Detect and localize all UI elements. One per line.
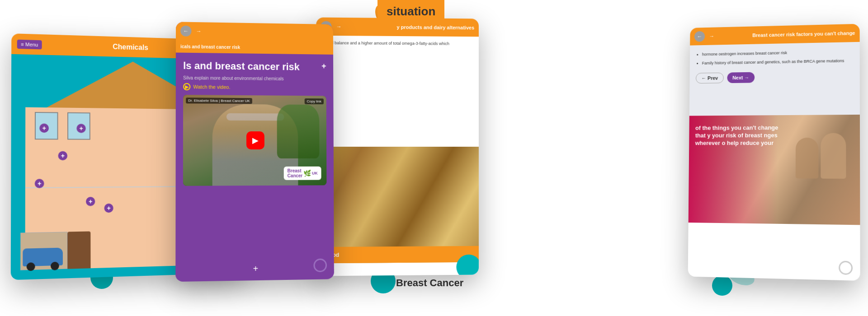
card2-nav: ← → xyxy=(180,25,204,37)
plus-circle-1[interactable]: + xyxy=(39,124,49,133)
logo-uk: UK xyxy=(312,171,318,176)
person-1 xyxy=(796,138,819,179)
logo-text: Breast Cancer xyxy=(288,168,303,178)
card-dairy: ← → y products and dairy alternatives y-… xyxy=(316,18,479,276)
card2-video[interactable]: Dr. Elisabete Silva | Breast Cancer UK C… xyxy=(183,95,327,186)
card3-food-image: d food xyxy=(316,147,479,263)
blob-teal-right xyxy=(712,275,732,296)
card4-nav-right[interactable]: → xyxy=(707,31,717,42)
watch-icon: ▶ xyxy=(183,83,190,90)
card4-nav: ← → xyxy=(694,31,717,42)
card2-header-title: icals and breast cancer risk xyxy=(180,44,240,50)
risk-item-2: Family history of breast cancer and gene… xyxy=(702,58,854,67)
tips-title: Tips: xyxy=(322,266,472,273)
copy-link-btn[interactable]: Copy link xyxy=(305,98,324,104)
card4-nav-left[interactable]: ← xyxy=(694,31,705,42)
card-chemicals-risk: ← → icals and breast cancer risk ls and … xyxy=(175,22,334,282)
card3-body-text: y-acid balance and a higher amount of to… xyxy=(322,40,472,47)
card2-body: ls and breast cancer risk + Silva explai… xyxy=(175,52,334,280)
card4-nav-row: ← Prev Next → xyxy=(696,70,854,84)
card3-header-title: y products and dairy alternatives xyxy=(397,24,474,30)
plus-circle-3[interactable]: + xyxy=(58,151,68,160)
card3-teal-blob xyxy=(456,255,479,276)
next-button[interactable]: Next → xyxy=(727,72,755,83)
card4-body-text: hormone oestrogen increases breast cance… xyxy=(696,48,853,67)
prev-button[interactable]: ← Prev xyxy=(696,72,724,83)
menu-button[interactable]: ≡ Menu xyxy=(17,39,42,49)
card4-body: hormone oestrogen increases breast cance… xyxy=(689,42,860,116)
breast-cancer-label: Breast Cancer xyxy=(396,277,463,289)
card4-indicator xyxy=(839,261,853,275)
glasses xyxy=(226,113,284,121)
people-silhouettes xyxy=(787,124,851,179)
card2-title-bar: icals and breast cancer risk xyxy=(176,40,333,54)
card2-big-title: ls and breast cancer risk xyxy=(183,60,300,73)
play-button[interactable]: ▶ xyxy=(246,131,264,149)
scene: situation ≡ Menu Chemicals ← → ⛶ xyxy=(0,0,868,316)
card3-tips: Tips: Add whole grains, such as wholemea… xyxy=(316,262,479,276)
background-plant xyxy=(277,105,319,158)
logo-leaf-icon: 🌿 xyxy=(303,170,311,177)
door xyxy=(67,231,90,269)
card-risk-factors: ← → Breast cancer risk factors you can't… xyxy=(688,24,860,281)
risk-item-1: hormone oestrogen increases breast cance… xyxy=(702,48,854,58)
card2-plus-bottom[interactable]: + xyxy=(253,264,258,274)
car xyxy=(23,248,63,267)
card1-title: Chemicals xyxy=(113,42,148,51)
card3-nav-right[interactable]: → xyxy=(333,21,344,32)
card3-body: y-acid balance and a higher amount of to… xyxy=(316,36,479,147)
card2-header: ← → xyxy=(176,22,333,42)
plus-circle-5[interactable]: + xyxy=(86,197,95,206)
card2-watch: ▶ Watch the video. xyxy=(183,83,326,92)
breast-cancer-uk-logo: Breast Cancer 🌿 UK xyxy=(284,167,321,180)
card3-orange-section: d food xyxy=(316,246,479,263)
plus-circle-2[interactable]: + xyxy=(76,124,85,133)
tip-item-1: Add whole grains, such as wholemeal past… xyxy=(322,274,472,276)
video-label: Dr. Elisabete Silva | Breast Cancer UK xyxy=(186,98,252,104)
person-2 xyxy=(821,133,846,179)
plus-circle-4[interactable]: + xyxy=(35,179,44,188)
card2-title-row: ls and breast cancer risk + xyxy=(183,60,326,77)
card4-image-text: of the things you can't change that y yo… xyxy=(695,124,779,147)
card2-indicator xyxy=(313,259,327,272)
card2-nav-left[interactable]: ← xyxy=(180,25,191,36)
card2-subtitle: Silva explain more about environmental c… xyxy=(183,75,326,82)
situation-label: situation xyxy=(377,0,444,23)
card4-image: of the things you can't change that y yo… xyxy=(689,115,860,225)
card2-nav-right[interactable]: → xyxy=(193,26,204,37)
card4-header-title: Breast cancer risk factors you can't cha… xyxy=(752,30,855,38)
card2-expand-btn[interactable]: + xyxy=(321,61,326,71)
